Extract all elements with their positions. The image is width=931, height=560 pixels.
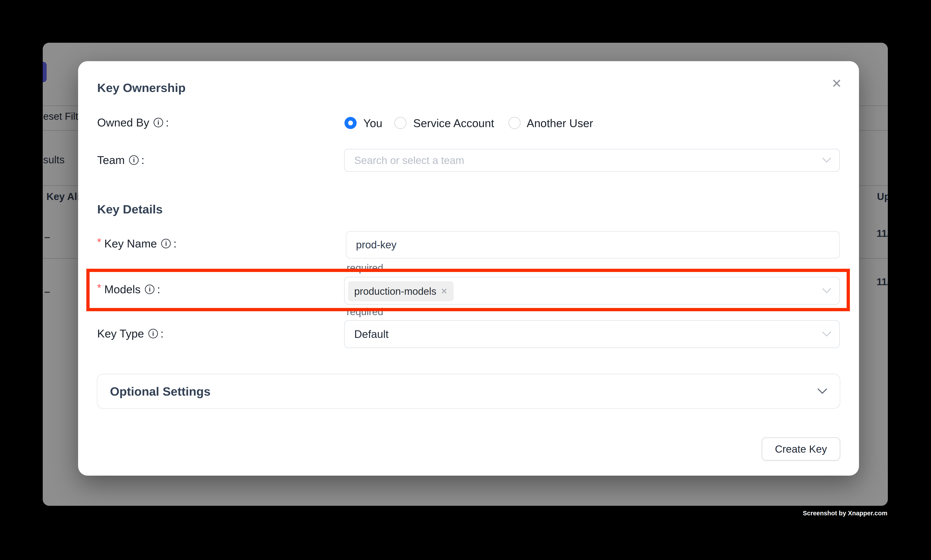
info-icon[interactable]: i bbox=[129, 155, 138, 165]
create-key-modal: Key Ownership ✕ Owned By i : You Service… bbox=[78, 61, 859, 475]
key-ownership-section-title: Key Ownership bbox=[97, 81, 186, 95]
key-name-label: * Key Name i : bbox=[97, 237, 177, 250]
radio-label-you[interactable]: You bbox=[363, 117, 382, 130]
radio-owned-by-service-account[interactable] bbox=[394, 117, 406, 129]
key-name-label-text: Key Name bbox=[104, 237, 157, 250]
models-label-text: Models bbox=[104, 283, 141, 296]
key-name-input[interactable]: prod-key bbox=[346, 231, 840, 258]
optional-settings-title: Optional Settings bbox=[110, 374, 211, 408]
radio-owned-by-you[interactable] bbox=[345, 117, 357, 129]
team-select-placeholder: Search or select a team bbox=[354, 149, 464, 171]
key-details-section-title: Key Details bbox=[97, 202, 163, 216]
selected-model-tag-text: production-models bbox=[354, 285, 436, 297]
label-colon: : bbox=[160, 327, 163, 340]
key-name-validation-message: required bbox=[347, 262, 383, 274]
key-type-value: Default bbox=[354, 321, 388, 348]
required-asterisk: * bbox=[97, 236, 101, 248]
team-select[interactable]: Search or select a team bbox=[344, 149, 840, 172]
chevron-down-icon[interactable] bbox=[817, 388, 828, 394]
remove-tag-icon[interactable]: ✕ bbox=[440, 286, 448, 296]
label-colon: : bbox=[141, 154, 144, 166]
team-label-text: Team bbox=[97, 154, 125, 166]
info-icon[interactable]: i bbox=[161, 239, 171, 248]
close-icon[interactable]: ✕ bbox=[827, 74, 846, 93]
models-select[interactable]: production-models ✕ bbox=[344, 277, 840, 305]
info-icon[interactable]: i bbox=[154, 118, 163, 127]
radio-owned-by-another-user[interactable] bbox=[508, 117, 520, 129]
chevron-down-icon bbox=[822, 288, 831, 294]
selected-model-tag: production-models ✕ bbox=[348, 281, 454, 301]
models-label: * Models i : bbox=[97, 283, 160, 296]
team-label: Team i : bbox=[97, 154, 145, 166]
radio-label-another-user[interactable]: Another User bbox=[527, 117, 593, 130]
key-type-label: Key Type i : bbox=[97, 327, 163, 340]
owned-by-label: Owned By i : bbox=[97, 116, 169, 129]
radio-label-service-account[interactable]: Service Account bbox=[413, 117, 494, 130]
label-colon: : bbox=[166, 116, 169, 129]
optional-settings-panel[interactable]: Optional Settings bbox=[97, 374, 840, 409]
chevron-down-icon bbox=[822, 331, 831, 337]
owned-by-label-text: Owned By bbox=[97, 116, 149, 129]
info-icon[interactable]: i bbox=[145, 285, 154, 294]
chevron-down-icon bbox=[822, 157, 831, 163]
label-colon: : bbox=[157, 283, 160, 296]
key-type-label-text: Key Type bbox=[97, 327, 144, 340]
key-type-select[interactable]: Default bbox=[344, 320, 840, 348]
models-validation-message: required bbox=[347, 306, 383, 317]
required-asterisk: * bbox=[97, 282, 101, 294]
key-name-value: prod-key bbox=[356, 232, 397, 258]
label-colon: : bbox=[173, 237, 176, 250]
watermark-text: Screenshot by Xnapper.com bbox=[803, 510, 887, 517]
create-key-button[interactable]: Create Key bbox=[762, 437, 840, 461]
info-icon[interactable]: i bbox=[148, 329, 158, 338]
